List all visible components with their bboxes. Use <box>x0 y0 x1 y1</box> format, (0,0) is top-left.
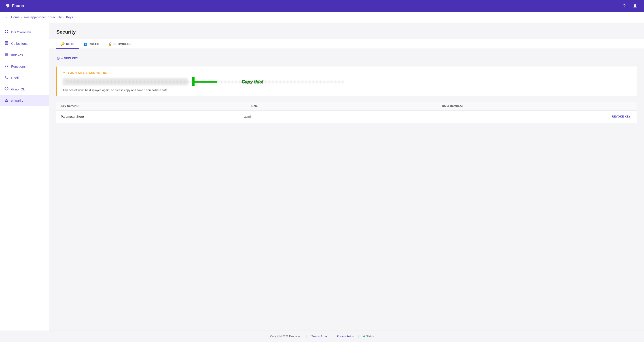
sidebar: DB Overview Collections Indexes <box>0 23 49 330</box>
brand-name: Fauna <box>12 4 24 8</box>
col-header-name: Key Name/ID <box>61 104 251 108</box>
footer-sep-2: | <box>332 335 332 338</box>
key-role: admin <box>244 115 427 118</box>
sidebar-item-functions[interactable]: Functions <box>0 61 49 72</box>
sidebar-label-shell: Shell <box>11 76 18 80</box>
svg-marker-12 <box>5 87 8 90</box>
tab-roles[interactable]: 👥 Roles <box>79 39 104 49</box>
graphql-icon <box>4 87 8 92</box>
page-title: Security <box>56 29 637 35</box>
secret-warning-text: This secret won't be displayed again, so… <box>62 88 632 92</box>
plus-icon: ⊕ <box>56 56 60 61</box>
sidebar-item-security[interactable]: Security <box>0 95 49 106</box>
back-button[interactable]: ← <box>5 15 10 20</box>
collections-icon <box>4 41 8 46</box>
table-header: Key Name/ID Role Child Database <box>56 102 637 111</box>
roles-tab-icon: 👥 <box>84 42 88 46</box>
tab-providers[interactable]: 🔒 Providers <box>104 39 136 49</box>
tabs-bar: 🔑 Keys 👥 Roles 🔒 Providers <box>49 39 644 49</box>
security-icon <box>4 98 8 103</box>
warning-icon: ⚠ <box>62 71 66 75</box>
sidebar-label-db-overview: DB Overview <box>11 30 31 34</box>
new-key-button[interactable]: ⊕ + NEW KEY <box>56 54 637 62</box>
keys-table: Key Name/ID Role Child Database Paramete… <box>56 102 637 123</box>
svg-rect-2 <box>7 30 8 31</box>
sidebar-label-collections: Collections <box>11 42 28 46</box>
svg-point-0 <box>634 4 636 6</box>
breadcrumb-sep-3: / <box>64 16 64 19</box>
breadcrumb-db[interactable]: aws-app-runner <box>24 16 46 19</box>
tab-keys[interactable]: 🔑 Keys <box>56 39 79 49</box>
keys-tab-icon: 🔑 <box>61 42 65 46</box>
breadcrumb-keys: Keys <box>66 16 73 19</box>
revoke-key-button[interactable]: REVOKE KEY <box>610 114 632 119</box>
sidebar-item-indexes[interactable]: Indexes <box>0 49 49 61</box>
footer-sep-1: | <box>306 335 307 338</box>
secret-box: ⚠ YOUR KEY'S SECRET IS: fnAExxxxxxxxxxxx… <box>56 67 637 96</box>
copyright-text: Copyright 2021 Fauna Inc. <box>270 335 302 338</box>
secret-header-text: YOUR KEY'S SECRET IS: <box>68 71 108 75</box>
terms-of-use-link[interactable]: Terms of Use <box>312 335 327 338</box>
footer: Copyright 2021 Fauna Inc. | Terms of Use… <box>0 330 644 342</box>
sidebar-label-functions: Functions <box>11 65 26 68</box>
privacy-policy-link[interactable]: Privacy Policy <box>337 335 354 338</box>
key-name: Parameter Store <box>61 115 244 118</box>
providers-tab-label: Providers <box>113 42 132 46</box>
user-icon[interactable] <box>632 2 639 10</box>
col-header-role: Role <box>251 104 442 108</box>
breadcrumb-security[interactable]: Security <box>50 16 62 19</box>
secret-value-row: fnAExxxxxxxxxxxxxxxxxxxxxxxxxxxxxxxxxxxx… <box>62 77 632 86</box>
sidebar-item-shell[interactable]: Shell <box>0 72 49 84</box>
svg-rect-4 <box>7 32 8 33</box>
help-icon[interactable]: ? <box>621 2 628 10</box>
main-layout: DB Overview Collections Indexes <box>0 23 644 330</box>
breadcrumb-home[interactable]: Home <box>11 16 20 19</box>
footer-sep-3: | <box>358 335 359 338</box>
topnav: Fauna ? <box>0 0 644 12</box>
providers-tab-icon: 🔒 <box>108 42 112 46</box>
sidebar-label-indexes: Indexes <box>11 53 23 57</box>
svg-point-14 <box>6 100 7 100</box>
db-overview-icon <box>4 30 8 35</box>
fauna-logo-icon <box>5 3 10 8</box>
svg-rect-7 <box>5 44 8 45</box>
secret-value[interactable]: fnAExxxxxxxxxxxxxxxxxxxxxxxxxxxxxxxxxxxx… <box>62 78 188 85</box>
content-area: Security 🔑 Keys 👥 Roles 🔒 Providers ⊕ + … <box>49 23 644 330</box>
topnav-logo: Fauna <box>5 3 24 8</box>
table-row: Parameter Store admin -- REVOKE KEY <box>56 111 637 123</box>
topnav-left: Fauna <box>5 3 24 8</box>
status-label: Status <box>366 335 374 338</box>
functions-icon <box>4 64 8 69</box>
status-indicator[interactable]: Status <box>363 335 374 338</box>
svg-rect-1 <box>5 30 6 31</box>
indexes-icon <box>4 52 8 58</box>
breadcrumb-sep-2: / <box>48 16 48 19</box>
secret-header: ⚠ YOUR KEY'S SECRET IS: <box>62 71 632 75</box>
svg-rect-3 <box>5 32 6 33</box>
sidebar-label-security: Security <box>11 99 23 103</box>
svg-point-13 <box>6 88 7 89</box>
roles-tab-label: Roles <box>88 42 99 46</box>
sidebar-item-graphql[interactable]: GraphQL <box>0 84 49 95</box>
status-dot-icon <box>363 335 365 337</box>
shell-icon <box>4 75 8 80</box>
sidebar-item-db-overview[interactable]: DB Overview <box>0 27 49 38</box>
topnav-right: ? <box>621 2 639 10</box>
sidebar-item-collections[interactable]: Collections <box>0 38 49 49</box>
new-key-label: + NEW KEY <box>61 57 78 60</box>
key-child-db: -- <box>427 115 610 118</box>
keys-tab-label: Keys <box>66 42 74 46</box>
svg-rect-5 <box>5 42 8 42</box>
breadcrumb: ← Home / aws-app-runner / Security / Key… <box>0 12 644 23</box>
col-header-child-db: Child Database <box>442 104 632 108</box>
breadcrumb-sep-1: / <box>21 16 22 19</box>
sidebar-label-graphql: GraphQL <box>11 87 25 91</box>
svg-rect-6 <box>5 43 8 44</box>
